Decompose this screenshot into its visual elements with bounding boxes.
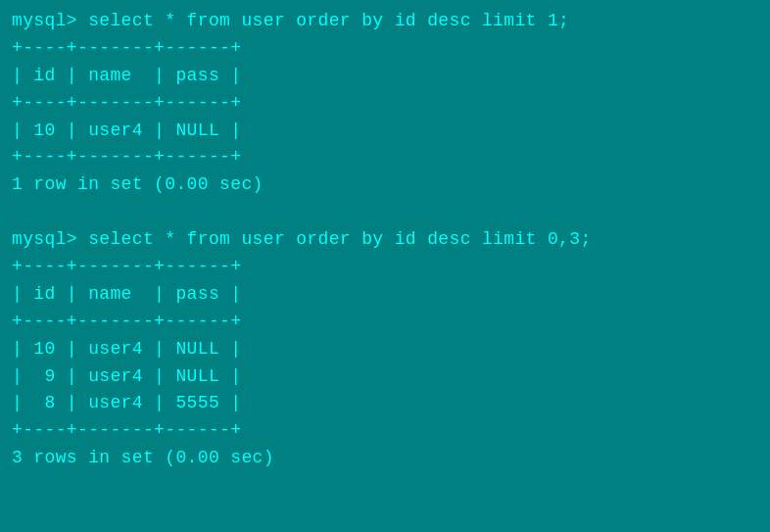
blank-line-1 <box>12 199 758 226</box>
table-row-2-2: | 9 | user4 | NULL | <box>12 363 758 391</box>
separator-top-2: +----+-------+------+ <box>12 254 758 281</box>
separator-mid-1: +----+-------+------+ <box>12 90 758 118</box>
separator-bot-1: +----+-------+------+ <box>12 144 758 171</box>
separator-top-1: +----+-------+------+ <box>12 35 758 63</box>
separator-bot-2: +----+-------+------+ <box>12 417 758 445</box>
prompt-line-2: mysql> select * from user order by id de… <box>12 226 758 254</box>
table-row-1-1: | 10 | user4 | NULL | <box>12 118 758 145</box>
summary-line-2: 3 rows in set (0.00 sec) <box>12 445 758 472</box>
table-row-2-1: | 10 | user4 | NULL | <box>12 336 758 363</box>
table-header-1: | id | name | pass | <box>12 63 758 90</box>
terminal-container: mysql> select * from user order by id de… <box>12 8 758 472</box>
summary-line-1: 1 row in set (0.00 sec) <box>12 171 758 199</box>
prompt-line-1: mysql> select * from user order by id de… <box>12 8 758 35</box>
table-header-2: | id | name | pass | <box>12 281 758 309</box>
separator-mid-2: +----+-------+------+ <box>12 309 758 336</box>
table-row-2-3: | 8 | user4 | 5555 | <box>12 390 758 417</box>
